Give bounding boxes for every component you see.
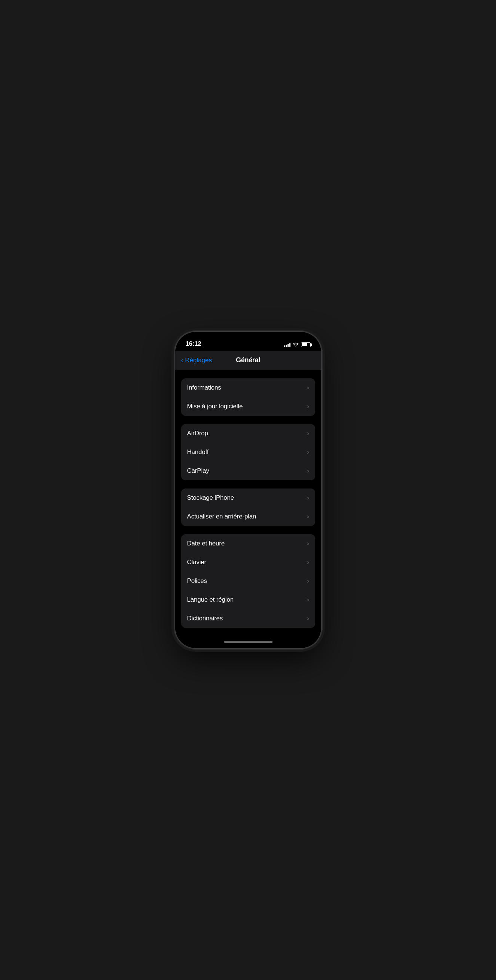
chevron-icon-carplay: › [307,468,309,474]
home-bar [224,641,273,643]
back-button[interactable]: ‹ Réglages [181,356,212,364]
navigation-bar: ‹ Réglages Général [175,351,321,370]
chevron-icon-informations: › [307,385,309,391]
item-label-date-heure: Date et heure [187,540,225,547]
item-label-clavier: Clavier [187,558,207,566]
settings-item-handoff[interactable]: Handoff › [181,443,315,461]
chevron-icon-dictionnaires: › [307,616,309,622]
settings-item-dictionnaires[interactable]: Dictionnaires › [181,609,315,628]
chevron-icon-handoff: › [307,449,309,455]
item-label-stockage: Stockage iPhone [187,494,235,502]
item-label-polices: Polices [187,577,207,585]
item-label-handoff: Handoff [187,449,209,456]
phone-screen: 16:12 ‹ [175,332,321,648]
battery-fill [302,343,307,346]
back-chevron-icon: ‹ [181,356,184,364]
settings-item-airdrop[interactable]: AirDrop › [181,424,315,443]
battery-icon [301,342,311,347]
phone-frame: 16:12 ‹ [175,332,321,648]
item-label-informations: Informations [187,384,221,391]
item-label-carplay: CarPlay [187,467,209,475]
chevron-icon-clavier: › [307,559,309,565]
settings-item-langue-region[interactable]: Langue et région › [181,590,315,609]
home-indicator[interactable] [175,635,321,648]
settings-list-3: Stockage iPhone › Actualiser en arrière-… [181,488,315,526]
section-group-2: AirDrop › Handoff › CarPlay › [175,424,321,480]
settings-scroll[interactable]: Informations › Mise à jour logicielle › … [175,370,321,635]
section-group-4: Date et heure › Clavier › Polices › Lang… [175,534,321,628]
settings-item-actualiser[interactable]: Actualiser en arrière-plan › [181,507,315,526]
page-title: Général [236,356,260,364]
chevron-icon-airdrop: › [307,430,309,436]
settings-item-date-heure[interactable]: Date et heure › [181,534,315,553]
settings-list-4: Date et heure › Clavier › Polices › Lang… [181,534,315,628]
item-label-dictionnaires: Dictionnaires [187,615,223,622]
section-group-3: Stockage iPhone › Actualiser en arrière-… [175,488,321,526]
status-time: 16:12 [186,340,201,348]
signal-icon [284,342,290,347]
item-label-mise-a-jour: Mise à jour logicielle [187,403,243,410]
item-label-actualiser: Actualiser en arrière-plan [187,513,257,520]
chevron-icon-langue-region: › [307,597,309,603]
item-label-airdrop: AirDrop [187,430,208,437]
chevron-icon-actualiser: › [307,514,309,520]
chevron-icon-polices: › [307,578,309,584]
section-group-1: Informations › Mise à jour logicielle › [175,379,321,416]
settings-item-clavier[interactable]: Clavier › [181,553,315,572]
settings-item-mise-a-jour[interactable]: Mise à jour logicielle › [181,397,315,416]
chevron-icon-mise-a-jour: › [307,404,309,409]
settings-item-informations[interactable]: Informations › [181,379,315,397]
settings-item-polices[interactable]: Polices › [181,572,315,590]
settings-list-1: Informations › Mise à jour logicielle › [181,379,315,416]
chevron-icon-stockage: › [307,495,309,501]
chevron-icon-date-heure: › [307,541,309,547]
back-label: Réglages [185,356,212,364]
item-label-langue-region: Langue et région [187,596,234,603]
status-icons [284,342,311,348]
wifi-icon [293,342,299,348]
settings-list-2: AirDrop › Handoff › CarPlay › [181,424,315,480]
notch [219,332,277,343]
settings-item-stockage[interactable]: Stockage iPhone › [181,488,315,507]
settings-item-carplay[interactable]: CarPlay › [181,461,315,480]
